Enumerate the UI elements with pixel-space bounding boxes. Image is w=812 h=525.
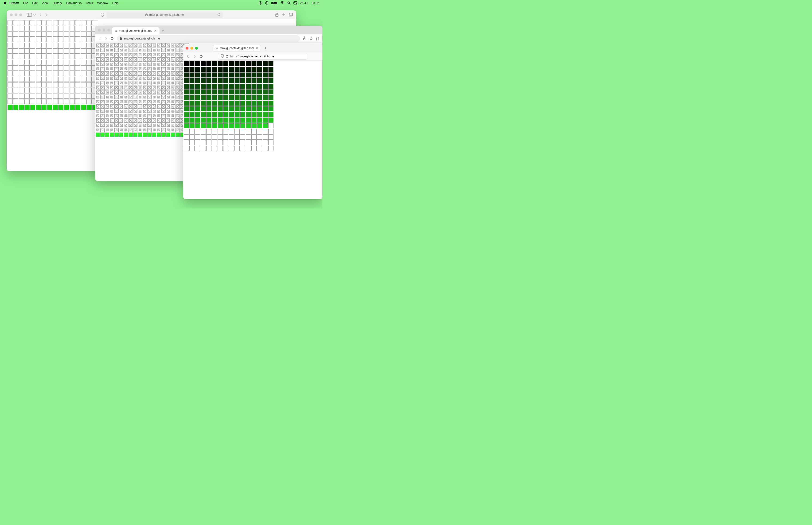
grid-cell (162, 72, 166, 76)
extensions-icon[interactable] (316, 36, 320, 41)
menubar-time[interactable]: 10:32 (311, 1, 319, 5)
grid-cell (100, 133, 105, 137)
menubar-item-file[interactable]: File (21, 1, 30, 5)
grid-cell (36, 88, 41, 93)
menubar-item-edit[interactable]: Edit (30, 1, 40, 5)
new-tab-icon[interactable] (282, 13, 286, 17)
grid-cell (105, 109, 109, 113)
grid-cell (263, 134, 268, 139)
grid-cell (251, 67, 257, 72)
grid-cell (157, 86, 161, 90)
grid-cell (251, 129, 257, 134)
grid-cell (25, 20, 30, 25)
firefox-traffic-lights[interactable] (186, 47, 198, 49)
grid-cell (263, 89, 268, 94)
sidebar-toggle-icon[interactable] (27, 13, 32, 17)
grid-cell (105, 114, 109, 118)
grid-cell (171, 72, 175, 76)
grid-cell (206, 67, 212, 72)
grid-cell (25, 54, 30, 59)
tab-overview-chevron-icon[interactable] (33, 14, 36, 16)
firefox-tab[interactable]: ∞ max-gl-contexts.glitch.me/ ✕ (213, 45, 261, 51)
grid-cell (30, 48, 35, 54)
grid-cell (19, 37, 24, 42)
play-circle-icon[interactable] (265, 1, 269, 5)
battery-icon[interactable] (271, 1, 277, 4)
grid-cell (64, 20, 69, 25)
grid-cell (171, 67, 175, 71)
grid-cell (157, 43, 161, 47)
grid-cell (246, 84, 251, 89)
tab-overview-icon[interactable] (289, 13, 293, 17)
menubar-item-bookmarks[interactable]: Bookmarks (64, 1, 83, 5)
grid-cell (246, 134, 251, 139)
menubar-item-view[interactable]: View (40, 1, 50, 5)
menubar-app-name[interactable]: Firefox (6, 1, 21, 5)
grid-cell (70, 105, 75, 110)
control-center-icon[interactable] (293, 1, 297, 4)
firefox-new-tab-button[interactable]: + (262, 45, 269, 51)
grid-cell (143, 118, 147, 123)
grid-cell (206, 123, 212, 128)
grid-cell (110, 67, 114, 71)
grid-cell (58, 65, 63, 71)
forward-button[interactable] (45, 13, 48, 17)
tracking-shield-icon[interactable] (220, 54, 224, 59)
grid-cell (157, 114, 161, 118)
back-button[interactable] (98, 37, 102, 41)
wifi-icon[interactable] (280, 1, 284, 4)
grid-cell (110, 62, 114, 66)
grid-cell (257, 84, 262, 89)
close-tab-icon[interactable]: ✕ (256, 46, 258, 50)
share-icon[interactable] (303, 36, 306, 41)
grid-cell (133, 76, 137, 80)
grid-cell (147, 128, 152, 132)
chrome-tab[interactable]: ∞ max-gl-contexts.glitch.me ✕ (112, 27, 159, 34)
chrome-address-bar[interactable]: max-gl-contexts.glitch.me (117, 35, 300, 42)
spotlight-search-icon[interactable] (287, 1, 291, 5)
bookmark-star-icon[interactable] (309, 36, 313, 41)
grid-cell (124, 123, 128, 127)
grid-cell (138, 57, 142, 62)
grid-cell (47, 48, 52, 54)
grid-cell (175, 43, 180, 47)
grid-cell (25, 65, 30, 71)
close-tab-icon[interactable]: ✕ (154, 29, 157, 33)
apple-menu-icon[interactable] (3, 1, 6, 4)
share-icon[interactable] (275, 13, 279, 17)
grid-cell (96, 81, 100, 85)
forward-button[interactable] (193, 55, 196, 58)
macos-menubar: Firefox FileEditViewHistoryBookmarksTool… (0, 0, 322, 6)
grid-cell (36, 54, 41, 59)
menubar-item-tools[interactable]: Tools (83, 1, 95, 5)
grid-cell (70, 82, 75, 87)
grid-cell (119, 114, 123, 118)
grid-cell (143, 100, 147, 104)
chrome-traffic-lights[interactable] (98, 29, 110, 31)
reload-icon[interactable] (110, 37, 114, 41)
menubar-item-window[interactable]: Window (95, 1, 110, 5)
back-button[interactable] (186, 55, 190, 58)
grid-cell (19, 20, 24, 25)
forward-button[interactable] (104, 37, 108, 41)
privacy-shield-icon[interactable] (101, 13, 104, 17)
grid-cell (229, 106, 234, 111)
safari-traffic-lights[interactable] (10, 13, 22, 16)
chrome-new-tab-button[interactable]: + (159, 28, 166, 34)
grid-cell (36, 31, 41, 37)
menubar-item-help[interactable]: Help (110, 1, 121, 5)
back-button[interactable] (39, 13, 42, 17)
grid-cell (229, 101, 234, 106)
reload-icon[interactable] (217, 13, 220, 16)
reload-icon[interactable] (199, 55, 203, 58)
grid-cell (105, 43, 109, 47)
menubar-item-history[interactable]: History (50, 1, 64, 5)
grid-cell (175, 48, 180, 52)
grid-cell (114, 100, 119, 104)
safari-address-bar[interactable]: max-gl-contexts.glitch.me (107, 12, 223, 18)
firefox-address-bar[interactable]: https://max-gl-contexts.glitch.me (218, 53, 307, 60)
g-sync-icon[interactable]: G (259, 1, 262, 5)
grid-cell (246, 61, 251, 66)
menubar-date[interactable]: 26 Jul (300, 1, 308, 5)
grid-cell (30, 82, 35, 87)
